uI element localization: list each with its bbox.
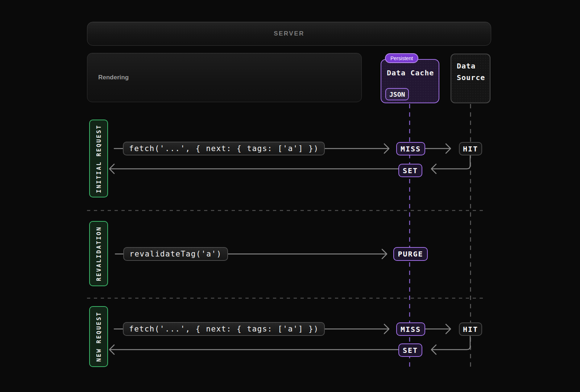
section-label-initial-request-text: INITIAL REQUEST (95, 124, 102, 193)
data-source-title-line2: Source (457, 72, 490, 83)
server-bar: SERVER (87, 22, 491, 46)
request-pill-new-fetch: fetch('...', { next: { tags: ['a'] }) (123, 322, 325, 336)
json-badge: JSON (385, 88, 409, 100)
data-source-title-line1: Data (457, 60, 490, 72)
arrow-new-hit-return (432, 336, 470, 350)
arrow-initial-hit-return (432, 156, 470, 169)
section-label-new-request-text: NEW REQUEST (95, 312, 102, 362)
set-badge-new: SET (398, 343, 422, 357)
diagram-canvas: SERVER Rendering Persistent Data Cache J… (0, 0, 580, 392)
section-label-revalidation: REVALIDATION (89, 221, 108, 286)
section-label-revalidation-text: REVALIDATION (95, 226, 102, 281)
server-label: SERVER (274, 30, 304, 37)
section-label-new-request: NEW REQUEST (89, 306, 108, 367)
purge-badge: PURGE (393, 247, 428, 261)
data-cache-box: Data Cache JSON (381, 59, 439, 103)
request-pill-revalidate-tag: revalidateTag('a') (123, 247, 228, 261)
persistent-badge-label: Persistent (390, 55, 413, 61)
hit-badge-initial: HIT (459, 142, 482, 155)
persistent-badge: Persistent (385, 53, 418, 63)
data-source-box: Data Source (451, 54, 490, 103)
set-badge-initial: SET (398, 164, 422, 177)
request-pill-initial-fetch: fetch('...', { next: { tags: ['a'] }) (123, 142, 325, 155)
data-cache-title: Data Cache (387, 68, 434, 77)
rendering-box: Rendering (87, 53, 362, 102)
rendering-label: Rendering (98, 74, 129, 81)
hit-badge-new: HIT (459, 322, 482, 336)
miss-badge-new: MISS (396, 322, 425, 336)
section-label-initial-request: INITIAL REQUEST (89, 120, 108, 197)
miss-badge-initial: MISS (396, 142, 425, 155)
